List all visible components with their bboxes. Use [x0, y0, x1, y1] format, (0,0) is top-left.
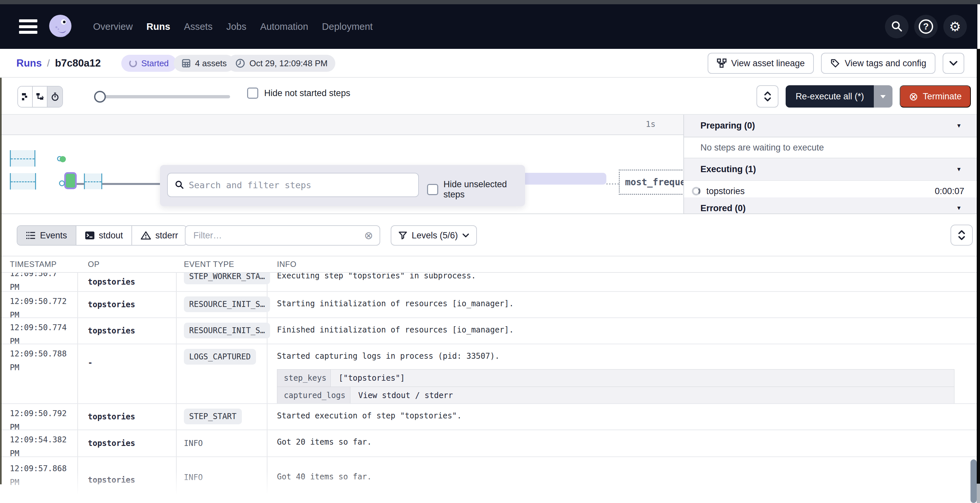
status-spinner-icon	[129, 59, 137, 67]
nav-item-runs[interactable]: Runs	[146, 21, 170, 32]
event-type-badge: RESOURCE_INIT_S…	[184, 323, 270, 338]
clear-filter-icon[interactable]: ⊗	[364, 229, 373, 242]
table-row[interactable]: 12:09:50.774PM topstories RESOURCE_INIT_…	[0, 318, 980, 344]
metadata-key: captured_logs	[277, 387, 350, 404]
log-filter-input[interactable]	[193, 231, 360, 241]
captured-logs-link[interactable]: View stdout / stderr	[350, 387, 954, 404]
panel-resize-button[interactable]	[756, 85, 778, 108]
help-button[interactable]: ?	[914, 15, 938, 38]
nav-edge-gap	[977, 4, 980, 49]
step-elapsed-time: 0:00:07	[935, 186, 964, 196]
status-badge[interactable]: Started	[121, 55, 177, 72]
errored-section-header[interactable]: Errored (0)▼	[684, 197, 977, 213]
start-time-badge: Oct 29, 12:09:48 PM	[228, 55, 335, 72]
assets-badge[interactable]: 4 assets	[174, 55, 235, 72]
column-header-op[interactable]: OP	[78, 260, 177, 269]
table-row[interactable]: 12:09:57.868PM topstories INFO Got 40 it…	[0, 457, 980, 503]
gantt-step-notstarted-2[interactable]	[10, 173, 36, 189]
tab-events[interactable]: Events	[18, 226, 76, 245]
reexecute-all-button[interactable]: Re-execute all (*)	[786, 85, 874, 108]
hamburger-menu-icon[interactable]	[19, 19, 37, 34]
nav-item-deployment[interactable]: Deployment	[322, 21, 373, 32]
hide-unselected-toggle: Hide unselected steps	[427, 179, 525, 200]
nav-links: Overview Runs Assets Jobs Automation Dep…	[93, 21, 373, 32]
step-spinner-icon	[692, 187, 700, 196]
gantt-step-topstories-bar[interactable]	[64, 172, 77, 189]
hide-unselected-checkbox[interactable]	[427, 184, 438, 195]
funnel-icon	[399, 231, 407, 240]
reexecute-split-button: Re-execute all (*)	[786, 85, 892, 108]
chevrons-up-down-icon	[764, 91, 772, 102]
caret-down-icon: ▼	[956, 205, 962, 212]
table-row[interactable]: 12:09:50.7PM topstories STEP_WORKER_STA……	[0, 273, 980, 292]
search-button[interactable]	[885, 15, 908, 38]
levels-dropdown[interactable]: Levels (5/6)	[391, 225, 477, 245]
run-more-actions-button[interactable]	[943, 53, 964, 74]
terminal-icon	[85, 231, 95, 240]
event-type-badge: STEP_WORKER_STA…	[184, 273, 270, 284]
view-asset-lineage-button[interactable]: View asset lineage	[708, 53, 814, 74]
gantt-step-notstarted-1[interactable]	[10, 150, 35, 167]
circle-x-icon: ⊗	[909, 91, 918, 102]
lineage-icon	[717, 58, 727, 68]
settings-button[interactable]: ⚙	[943, 15, 967, 38]
column-header-event-type[interactable]: EVENT TYPE	[177, 260, 267, 269]
waterfall-view-button[interactable]	[33, 87, 48, 107]
vertical-scrollbar-thumb[interactable]	[970, 459, 977, 503]
waterfall-view-icon	[35, 92, 45, 101]
hide-not-started-checkbox[interactable]	[247, 88, 258, 99]
dagster-logo-icon[interactable]	[46, 13, 74, 40]
help-icon: ?	[919, 19, 933, 34]
search-icon	[891, 20, 903, 33]
event-type-badge: STEP_START	[184, 409, 242, 424]
zoom-slider-track[interactable]	[100, 95, 230, 99]
column-header-timestamp[interactable]: TIMESTAMP	[0, 260, 78, 269]
event-type-label: INFO	[184, 439, 203, 448]
chevron-down-icon	[949, 60, 958, 66]
nav-item-jobs[interactable]: Jobs	[226, 21, 246, 32]
preparing-section-header[interactable]: Preparing (0)▼	[684, 115, 977, 137]
gantt-connector-node-left	[59, 180, 65, 186]
gantt-step-notstarted-3[interactable]	[84, 174, 102, 189]
caret-down-icon	[880, 94, 886, 99]
nav-item-assets[interactable]: Assets	[184, 21, 212, 32]
window-right-edge-bottom	[977, 484, 980, 503]
table-row[interactable]: 12:09:54.382PM topstories INFO Got 20 it…	[0, 430, 980, 457]
warning-triangle-icon	[141, 231, 151, 240]
expand-log-panel-button[interactable]	[950, 224, 973, 245]
step-search-box	[167, 173, 419, 197]
metadata-row: captured_logs View stdout / stderr	[277, 387, 954, 404]
table-row[interactable]: 12:09:50.772PM topstories RESOURCE_INIT_…	[0, 292, 980, 318]
step-search-input[interactable]	[189, 180, 412, 190]
nav-item-automation[interactable]: Automation	[260, 21, 309, 32]
run-id: b7c80a12	[55, 57, 101, 69]
gear-icon: ⚙	[949, 20, 961, 33]
flat-view-button[interactable]	[18, 87, 33, 107]
dagster-run-page: Overview Runs Assets Jobs Automation Dep…	[0, 0, 980, 503]
event-type-label: INFO	[184, 473, 203, 482]
reexecute-dropdown-button[interactable]	[874, 85, 892, 108]
log-filter-box: ⊗	[185, 225, 380, 245]
nav-item-overview[interactable]: Overview	[93, 21, 133, 32]
terminate-button[interactable]: ⊗ Terminate	[900, 85, 971, 108]
assets-grid-icon	[181, 59, 191, 68]
executing-section-header[interactable]: Executing (1)▼	[684, 158, 977, 181]
table-row[interactable]: 12:09:50.792PM topstories STEP_START Sta…	[0, 404, 980, 430]
run-steps-panel: Preparing (0)▼ No steps are waiting to e…	[683, 115, 977, 213]
tab-stderr[interactable]: stderr	[132, 226, 186, 245]
breadcrumb-separator: /	[47, 58, 50, 69]
breadcrumb-runs-link[interactable]: Runs	[16, 57, 42, 69]
desktop-edge-sliver	[0, 78, 2, 484]
gantt-step-most-frequent[interactable]: most_frequent	[619, 170, 683, 195]
column-header-info[interactable]: INFO	[267, 260, 980, 269]
gantt-step-dot[interactable]	[60, 156, 66, 162]
step-name: topstories	[706, 186, 929, 196]
table-row[interactable]: 12:09:50.788PM - LOGS_CAPTURED Started c…	[0, 344, 980, 404]
metadata-value: ["topstories"]	[331, 369, 954, 387]
event-list-icon	[26, 231, 36, 240]
view-tags-config-button[interactable]: View tags and config	[821, 53, 935, 74]
zoom-slider-knob[interactable]	[94, 91, 106, 103]
event-table-header: TIMESTAMP OP EVENT TYPE INFO	[0, 256, 980, 273]
timed-view-button[interactable]	[48, 87, 62, 107]
tab-stdout[interactable]: stdout	[76, 226, 132, 245]
